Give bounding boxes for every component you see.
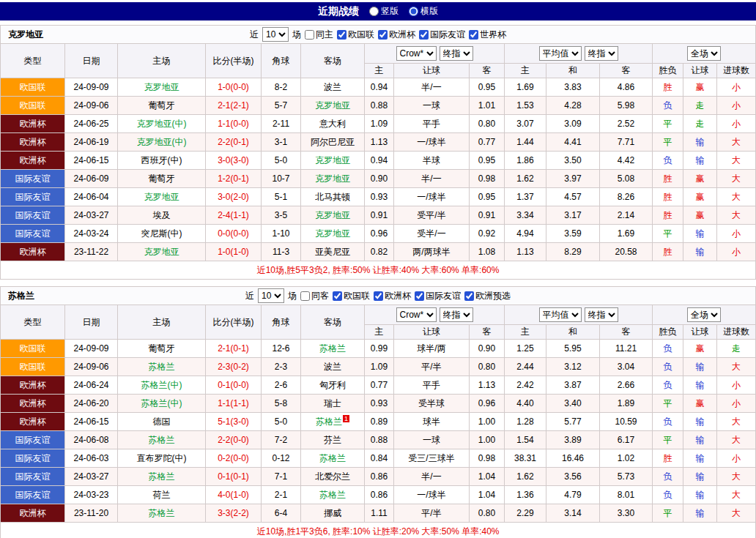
asia-handicap-cell: 半球: [394, 152, 470, 170]
league-checkbox[interactable]: [378, 30, 388, 40]
euro-away-odds-cell: 4.86: [600, 78, 653, 97]
col-header-euro-away: 客: [600, 64, 653, 78]
result-cell: 平: [653, 115, 683, 133]
score-cell: 0-0(0-0): [206, 225, 262, 243]
asia-home-odds-cell: 1.13: [365, 133, 394, 152]
col-header-type: 类型: [1, 305, 65, 340]
league-checkbox-label[interactable]: 欧国联: [337, 29, 374, 41]
match-type-cell: 欧国联: [1, 97, 65, 115]
league-checkbox-label[interactable]: 国际友谊: [415, 290, 461, 302]
asia-handicap-cell: 半/一: [394, 468, 470, 486]
match-date-cell: 24-06-09: [65, 170, 118, 188]
home-team-cell: 克罗地亚: [118, 78, 206, 97]
group-header-row: 类型 日期 主场 比分(半场) 角球 客场 Crow*终指 平均值终指 全场: [1, 44, 756, 64]
home-team-cell: 埃及: [118, 206, 206, 225]
result-cell: 负: [653, 376, 683, 395]
euro-away-odds-cell: 5.98: [600, 97, 653, 115]
asia-home-odds-cell: 0.99: [365, 340, 394, 358]
euro-draw-odds-cell: 3.12: [546, 358, 600, 376]
same-venue-checkbox[interactable]: [300, 291, 310, 301]
league-checkbox[interactable]: [469, 30, 478, 40]
match-row: 国际友谊24-03-24突尼斯(中)0-0(0-0)1-10克罗地亚0.96受半…: [1, 225, 756, 243]
vertical-layout-radio[interactable]: [369, 7, 379, 16]
asia-home-odds-cell: 0.96: [365, 225, 394, 243]
asia-handicap-cell: 平手: [394, 376, 470, 395]
scope-select[interactable]: 全场: [687, 46, 721, 61]
league-checkbox-label[interactable]: 国际友谊: [419, 29, 465, 41]
league-checkbox[interactable]: [374, 291, 383, 301]
euro-away-odds-cell: 2.66: [600, 376, 653, 395]
euro-draw-odds-cell: 3.87: [546, 376, 600, 395]
asia-handicap-cell: 受平/半: [394, 206, 470, 225]
match-date-cell: 24-06-25: [65, 115, 118, 133]
goals-result-cell: 小: [717, 449, 756, 468]
euro-draw-odds-cell: 4.41: [546, 133, 600, 152]
asia-final-odds-select[interactable]: 终指: [440, 307, 473, 322]
score-cell: 1-0(1-0): [206, 243, 262, 261]
league-checkbox-label[interactable]: 欧洲杯: [378, 29, 415, 41]
layout-option-vertical[interactable]: 竖版: [369, 5, 399, 18]
goals-result-cell: 小: [717, 115, 756, 133]
handicap-result-cell: 输: [683, 449, 717, 468]
asia-final-odds-select[interactable]: 终指: [440, 46, 473, 61]
result-cell: 负: [653, 468, 683, 486]
team-name: 克罗地亚: [8, 29, 43, 41]
away-team-cell: 亚美尼亚: [301, 243, 365, 261]
euro-draw-odds-cell: 3.40: [546, 395, 600, 413]
handicap-result-cell: 输: [683, 243, 717, 261]
league-checkbox-label[interactable]: 欧洲预选: [464, 290, 511, 302]
col-header-home: 主场: [118, 44, 206, 78]
league-checkbox[interactable]: [415, 291, 424, 301]
handicap-result-cell: 赢: [683, 206, 717, 225]
same-venue-checkbox[interactable]: [305, 30, 314, 40]
average-select[interactable]: 平均值: [539, 307, 582, 322]
match-row: 国际友谊24-06-03直布罗陀(中)0-2(0-0)0-12苏格兰0.84受三…: [1, 449, 756, 468]
league-checkbox[interactable]: [337, 30, 346, 40]
asia-away-odds-cell: 0.96: [470, 395, 505, 413]
euro-final-odds-select[interactable]: 终指: [585, 46, 618, 61]
league-checkbox[interactable]: [333, 291, 342, 301]
layout-option-horizontal[interactable]: 横版: [409, 5, 438, 18]
league-checkbox-label[interactable]: 欧洲杯: [374, 290, 411, 302]
average-select[interactable]: 平均值: [539, 46, 582, 61]
league-checkbox-label[interactable]: 世界杯: [469, 29, 506, 41]
euro-away-odds-cell: 1.89: [600, 395, 653, 413]
asia-away-odds-cell: 1.13: [470, 376, 505, 395]
league-checkbox[interactable]: [419, 30, 429, 40]
home-team-cell: 克罗地亚: [118, 188, 206, 206]
euro-home-odds-cell: 1.13: [505, 243, 546, 261]
scope-select[interactable]: 全场: [687, 307, 721, 322]
euro-home-odds-cell: 1.37: [505, 188, 546, 206]
recent-label: 近: [250, 29, 259, 41]
match-date-cell: 24-09-06: [65, 358, 118, 376]
recent-count-select[interactable]: 10: [262, 27, 289, 42]
away-team-cell: 芬兰: [301, 431, 365, 449]
handicap-result-cell: 输: [683, 152, 717, 170]
col-header-result: 胜负: [653, 64, 683, 78]
bookmaker-select[interactable]: Crow*: [396, 307, 437, 322]
match-row: 欧国联24-09-09克罗地亚1-0(0-0)8-2波兰0.94半/一0.951…: [1, 78, 756, 97]
corners-cell: 5-0: [262, 152, 301, 170]
euro-final-odds-select[interactable]: 终指: [585, 307, 618, 322]
match-type-cell: 国际友谊: [1, 188, 65, 206]
scope-group-header: 全场: [653, 305, 756, 325]
horizontal-layout-radio[interactable]: [409, 7, 418, 16]
bookmaker-select[interactable]: Crow*: [396, 46, 437, 61]
euro-draw-odds-cell: 4.79: [546, 486, 600, 504]
match-date-cell: 24-06-24: [65, 376, 118, 395]
asia-home-odds-cell: 0.88: [365, 431, 394, 449]
same-venue-checkbox-label[interactable]: 同主: [305, 29, 333, 41]
goals-result-cell: 大: [717, 206, 756, 225]
league-label: 欧洲杯: [389, 29, 415, 41]
asia-home-odds-cell: 0.94: [365, 78, 394, 97]
asia-away-odds-cell: 0.98: [470, 449, 505, 468]
recent-count-select[interactable]: 10: [258, 288, 284, 303]
asia-handicap-cell: 一/球半: [394, 188, 470, 206]
league-checkbox[interactable]: [464, 291, 474, 301]
corners-cell: 10-7: [262, 170, 301, 188]
same-venue-checkbox-label[interactable]: 同客: [300, 290, 329, 302]
score-cell: 3-0(2-0): [206, 188, 262, 206]
corners-cell: 2-1: [262, 486, 301, 504]
asia-handicap-cell: 受半/一: [394, 225, 470, 243]
league-checkbox-label[interactable]: 欧国联: [333, 290, 370, 302]
